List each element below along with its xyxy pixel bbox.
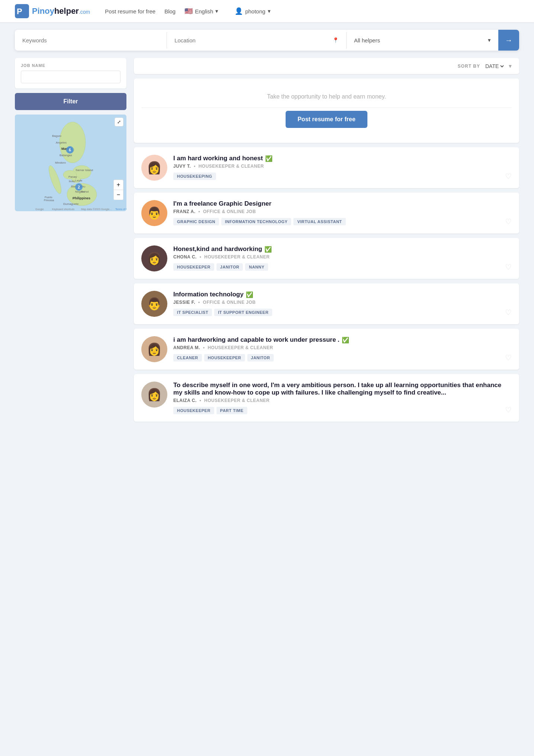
job-category: OFFICE & ONLINE JOB — [203, 209, 256, 214]
favorite-button[interactable]: ♡ — [505, 217, 512, 226]
chevron-down-icon: ▾ — [215, 8, 218, 15]
flag-icon: 🇺🇸 — [184, 7, 193, 15]
blog-link[interactable]: Blog — [164, 8, 176, 15]
applicant-name: ELAIZA C. — [173, 398, 197, 403]
favorite-button[interactable]: ♡ — [505, 353, 512, 362]
svg-text:Princesa: Princesa — [44, 199, 54, 202]
tag: IT SPECIALIST — [173, 309, 212, 316]
job-card[interactable]: 👩 To describe myself in one word, I'm a … — [134, 374, 519, 422]
avatar: 👩 — [141, 155, 167, 181]
job-meta: JESSIE F. • OFFICE & ONLINE JOB — [173, 300, 512, 305]
job-name-input[interactable] — [21, 71, 120, 83]
sort-bar: SORT BY DATE ▾ — [134, 58, 519, 74]
header: P Pinoyhelper.com Post resume for free B… — [0, 0, 534, 22]
svg-text:Bohol: Bohol — [81, 190, 89, 193]
job-title: To describe myself in one word, I'm a ve… — [173, 382, 512, 396]
job-title: I'm a freelance Graphic Designer — [173, 200, 512, 208]
job-category: HOUSEKEEPER & CLEANER — [204, 398, 270, 403]
username-label: photong — [245, 8, 265, 15]
user-menu[interactable]: 👤 photong ▾ — [235, 7, 270, 15]
map: Baguio Angeles Manila Batangas Mindoro S… — [15, 115, 126, 211]
svg-text:P: P — [17, 7, 22, 16]
category-select[interactable]: All helpers ▾ — [347, 32, 498, 49]
search-location-field: 📍 — [167, 32, 347, 49]
job-card[interactable]: 👩 i am hardworking and capable to work u… — [134, 329, 519, 370]
map-expand-button[interactable]: ⤢ — [115, 118, 123, 126]
favorite-button[interactable]: ♡ — [505, 405, 512, 414]
map-svg: Baguio Angeles Manila Batangas Mindoro S… — [15, 115, 126, 211]
tag: CLEANER — [173, 354, 202, 361]
post-resume-link[interactable]: Post resume for free — [105, 8, 155, 15]
separator: • — [198, 300, 200, 305]
job-card[interactable]: 👨 I'm a freelance Graphic Designer FRANZ… — [134, 193, 519, 234]
svg-text:Philippines: Philippines — [73, 196, 90, 200]
svg-text:Google: Google — [35, 208, 44, 211]
svg-text:Iloilo: Iloilo — [69, 180, 75, 183]
tag: VIRTUAL ASSISTANT — [293, 218, 345, 225]
avatar: 👨 — [141, 291, 167, 317]
job-title: I am hard working and honest ✅ — [173, 155, 512, 162]
logo[interactable]: P Pinoyhelper.com — [15, 4, 90, 18]
job-info: I'm a freelance Graphic Designer FRANZ A… — [173, 200, 512, 225]
svg-text:Samar Island: Samar Island — [75, 168, 93, 172]
job-card[interactable]: 👩 I am hard working and honest ✅ JUVY T.… — [134, 147, 519, 188]
svg-text:2: 2 — [78, 185, 80, 189]
tags-list: CLEANERHOUSEKEEPERJANITOR — [173, 354, 512, 361]
language-selector[interactable]: 🇺🇸 English ▾ — [184, 7, 218, 15]
favorite-button[interactable]: ♡ — [505, 172, 512, 181]
job-info: i am hardworking and capable to work und… — [173, 336, 512, 361]
sort-label: SORT BY — [458, 64, 480, 69]
favorite-button[interactable]: ♡ — [505, 308, 512, 317]
main-layout: JOB NAME Filter — [15, 58, 519, 426]
category-label: All helpers — [354, 37, 380, 44]
tag: JANITOR — [247, 354, 274, 361]
post-resume-button[interactable]: Post resume for free — [286, 111, 367, 128]
verified-icon: ✅ — [265, 155, 273, 162]
verified-icon: ✅ — [342, 337, 349, 344]
job-info: I am hard working and honest ✅ JUVY T. •… — [173, 155, 512, 180]
verified-icon: ✅ — [246, 291, 253, 298]
location-input[interactable] — [174, 37, 329, 44]
avatar: 👨 — [141, 200, 167, 226]
tag: HOUSEKEEPER — [173, 263, 214, 271]
promo-text: Take the opportunity to help and earn mo… — [141, 93, 512, 100]
logo-icon: P — [15, 4, 29, 18]
sort-select[interactable]: DATE — [484, 63, 505, 70]
applicant-name: FRANZ A. — [173, 209, 196, 214]
job-info: To describe myself in one word, I'm a ve… — [173, 382, 512, 414]
job-name-filter: JOB NAME — [15, 58, 126, 89]
tags-list: HOUSEKEEPERPART TIME — [173, 407, 512, 414]
svg-text:Keyboard shortcuts: Keyboard shortcuts — [52, 208, 75, 211]
chevron-down-icon: ▾ — [268, 8, 271, 15]
tags-list: HOUSEKEEPERJANITORNANNY — [173, 263, 512, 271]
map-zoom-in[interactable]: + — [114, 180, 123, 190]
separator: • — [194, 164, 196, 169]
job-title: i am hardworking and capable to work und… — [173, 336, 512, 344]
location-icon: 📍 — [332, 37, 339, 43]
search-button[interactable]: → — [498, 30, 519, 51]
promo-banner: Take the opportunity to help and earn mo… — [134, 78, 519, 143]
job-card[interactable]: 👨 Information technology ✅ JESSIE F. • O… — [134, 283, 519, 324]
tag: INFORMATION TECHNOLOGY — [221, 218, 291, 225]
avatar: 👩 — [141, 382, 167, 408]
tag: JANITOR — [216, 263, 243, 271]
job-card[interactable]: 👩 Honest,kind and hardworking ✅ CHONA C.… — [134, 238, 519, 279]
tag: PART TIME — [216, 407, 247, 414]
separator: • — [198, 209, 200, 214]
job-info: Honest,kind and hardworking ✅ CHONA C. •… — [173, 245, 512, 271]
filter-button[interactable]: Filter — [15, 93, 126, 110]
language-label: English — [195, 8, 213, 15]
search-bar: 📍 All helpers ▾ → — [15, 30, 519, 51]
favorite-button[interactable]: ♡ — [505, 263, 512, 271]
job-meta: ANDREA M. • HOUSEKEEPER & CLEANER — [173, 345, 512, 350]
job-meta: CHONA C. • HOUSEKEEPER & CLEANER — [173, 254, 512, 260]
job-title: Honest,kind and hardworking ✅ — [173, 245, 512, 253]
tag: IT SUPPORT ENGINEER — [214, 309, 272, 316]
svg-text:Map data ©2023 Google...: Map data ©2023 Google... — [81, 208, 112, 211]
map-zoom-out[interactable]: − — [114, 190, 123, 200]
tags-list: IT SPECIALISTIT SUPPORT ENGINEER — [173, 309, 512, 316]
svg-text:Angeles: Angeles — [56, 141, 67, 144]
job-meta: FRANZ A. • OFFICE & ONLINE JOB — [173, 209, 512, 214]
keywords-input[interactable] — [15, 32, 167, 49]
job-meta: ELAIZA C. • HOUSEKEEPER & CLEANER — [173, 398, 512, 403]
